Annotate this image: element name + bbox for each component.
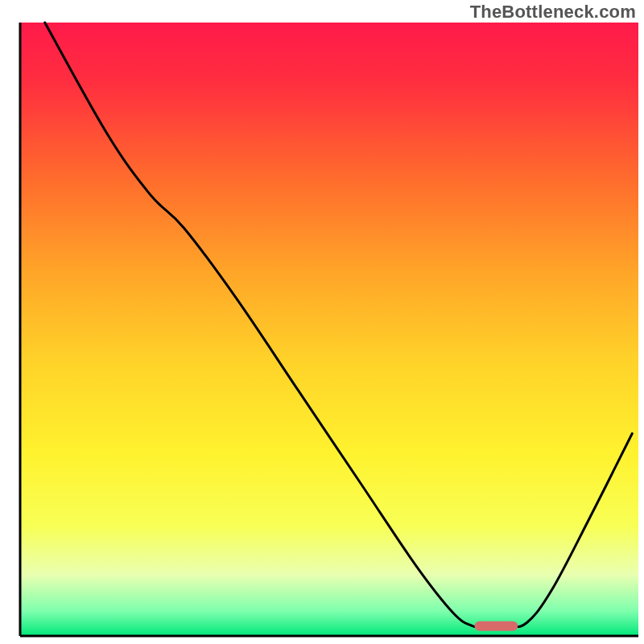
chart-background (20, 23, 638, 636)
bottleneck-chart (0, 0, 644, 644)
watermark-text: TheBottleneck.com (470, 2, 636, 23)
optimal-marker (474, 621, 518, 631)
